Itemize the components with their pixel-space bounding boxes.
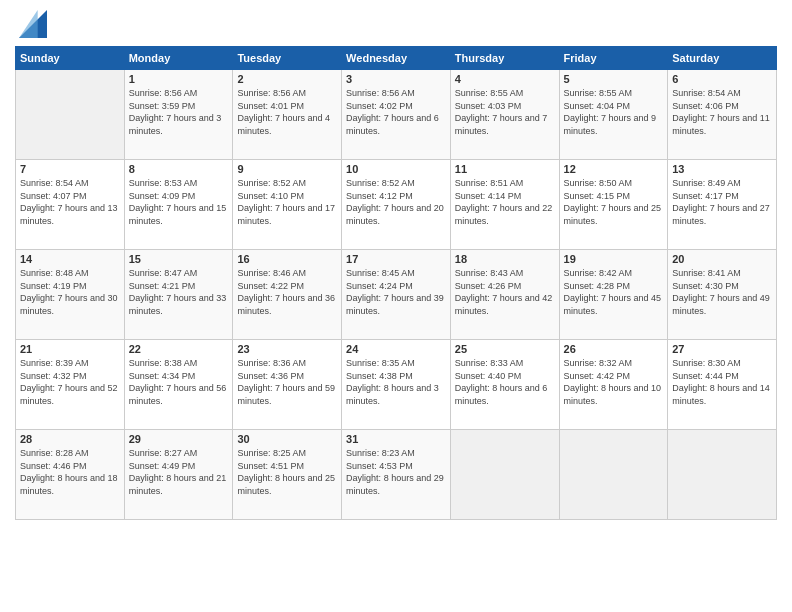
day-cell: 28Sunrise: 8:28 AMSunset: 4:46 PMDayligh… — [16, 430, 125, 520]
svg-marker-1 — [19, 10, 38, 38]
day-number: 2 — [237, 73, 337, 85]
day-cell — [450, 430, 559, 520]
day-number: 21 — [20, 343, 120, 355]
day-number: 23 — [237, 343, 337, 355]
day-info: Sunrise: 8:52 AMSunset: 4:10 PMDaylight:… — [237, 177, 337, 227]
day-cell: 9Sunrise: 8:52 AMSunset: 4:10 PMDaylight… — [233, 160, 342, 250]
day-number: 4 — [455, 73, 555, 85]
day-number: 27 — [672, 343, 772, 355]
day-number: 18 — [455, 253, 555, 265]
weekday-header-monday: Monday — [124, 47, 233, 70]
day-cell: 2Sunrise: 8:56 AMSunset: 4:01 PMDaylight… — [233, 70, 342, 160]
calendar-page: SundayMondayTuesdayWednesdayThursdayFrid… — [0, 0, 792, 612]
day-number: 8 — [129, 163, 229, 175]
day-info: Sunrise: 8:39 AMSunset: 4:32 PMDaylight:… — [20, 357, 120, 407]
day-number: 9 — [237, 163, 337, 175]
day-cell: 12Sunrise: 8:50 AMSunset: 4:15 PMDayligh… — [559, 160, 668, 250]
weekday-header-tuesday: Tuesday — [233, 47, 342, 70]
day-cell: 26Sunrise: 8:32 AMSunset: 4:42 PMDayligh… — [559, 340, 668, 430]
day-cell: 8Sunrise: 8:53 AMSunset: 4:09 PMDaylight… — [124, 160, 233, 250]
day-info: Sunrise: 8:42 AMSunset: 4:28 PMDaylight:… — [564, 267, 664, 317]
day-info: Sunrise: 8:27 AMSunset: 4:49 PMDaylight:… — [129, 447, 229, 497]
weekday-header-wednesday: Wednesday — [342, 47, 451, 70]
weekday-header-sunday: Sunday — [16, 47, 125, 70]
day-info: Sunrise: 8:43 AMSunset: 4:26 PMDaylight:… — [455, 267, 555, 317]
day-cell: 17Sunrise: 8:45 AMSunset: 4:24 PMDayligh… — [342, 250, 451, 340]
day-number: 16 — [237, 253, 337, 265]
day-cell: 29Sunrise: 8:27 AMSunset: 4:49 PMDayligh… — [124, 430, 233, 520]
day-cell: 1Sunrise: 8:56 AMSunset: 3:59 PMDaylight… — [124, 70, 233, 160]
day-cell: 4Sunrise: 8:55 AMSunset: 4:03 PMDaylight… — [450, 70, 559, 160]
day-cell: 23Sunrise: 8:36 AMSunset: 4:36 PMDayligh… — [233, 340, 342, 430]
day-cell — [668, 430, 777, 520]
day-cell: 6Sunrise: 8:54 AMSunset: 4:06 PMDaylight… — [668, 70, 777, 160]
day-number: 25 — [455, 343, 555, 355]
day-info: Sunrise: 8:33 AMSunset: 4:40 PMDaylight:… — [455, 357, 555, 407]
day-cell: 27Sunrise: 8:30 AMSunset: 4:44 PMDayligh… — [668, 340, 777, 430]
day-cell — [559, 430, 668, 520]
calendar-table: SundayMondayTuesdayWednesdayThursdayFrid… — [15, 46, 777, 520]
day-cell: 7Sunrise: 8:54 AMSunset: 4:07 PMDaylight… — [16, 160, 125, 250]
day-info: Sunrise: 8:25 AMSunset: 4:51 PMDaylight:… — [237, 447, 337, 497]
logo — [15, 14, 47, 38]
day-info: Sunrise: 8:50 AMSunset: 4:15 PMDaylight:… — [564, 177, 664, 227]
day-info: Sunrise: 8:47 AMSunset: 4:21 PMDaylight:… — [129, 267, 229, 317]
day-info: Sunrise: 8:28 AMSunset: 4:46 PMDaylight:… — [20, 447, 120, 497]
day-info: Sunrise: 8:45 AMSunset: 4:24 PMDaylight:… — [346, 267, 446, 317]
day-info: Sunrise: 8:56 AMSunset: 3:59 PMDaylight:… — [129, 87, 229, 137]
day-info: Sunrise: 8:52 AMSunset: 4:12 PMDaylight:… — [346, 177, 446, 227]
day-cell: 25Sunrise: 8:33 AMSunset: 4:40 PMDayligh… — [450, 340, 559, 430]
day-number: 19 — [564, 253, 664, 265]
weekday-header-thursday: Thursday — [450, 47, 559, 70]
week-row-5: 28Sunrise: 8:28 AMSunset: 4:46 PMDayligh… — [16, 430, 777, 520]
day-number: 1 — [129, 73, 229, 85]
day-number: 11 — [455, 163, 555, 175]
day-cell: 31Sunrise: 8:23 AMSunset: 4:53 PMDayligh… — [342, 430, 451, 520]
day-number: 15 — [129, 253, 229, 265]
day-cell: 22Sunrise: 8:38 AMSunset: 4:34 PMDayligh… — [124, 340, 233, 430]
day-number: 26 — [564, 343, 664, 355]
day-number: 14 — [20, 253, 120, 265]
day-info: Sunrise: 8:48 AMSunset: 4:19 PMDaylight:… — [20, 267, 120, 317]
day-cell: 11Sunrise: 8:51 AMSunset: 4:14 PMDayligh… — [450, 160, 559, 250]
day-info: Sunrise: 8:35 AMSunset: 4:38 PMDaylight:… — [346, 357, 446, 407]
day-number: 28 — [20, 433, 120, 445]
day-number: 30 — [237, 433, 337, 445]
day-info: Sunrise: 8:56 AMSunset: 4:02 PMDaylight:… — [346, 87, 446, 137]
week-row-4: 21Sunrise: 8:39 AMSunset: 4:32 PMDayligh… — [16, 340, 777, 430]
week-row-1: 1Sunrise: 8:56 AMSunset: 3:59 PMDaylight… — [16, 70, 777, 160]
day-number: 22 — [129, 343, 229, 355]
day-cell: 10Sunrise: 8:52 AMSunset: 4:12 PMDayligh… — [342, 160, 451, 250]
day-cell: 21Sunrise: 8:39 AMSunset: 4:32 PMDayligh… — [16, 340, 125, 430]
day-number: 5 — [564, 73, 664, 85]
day-info: Sunrise: 8:54 AMSunset: 4:06 PMDaylight:… — [672, 87, 772, 137]
day-cell — [16, 70, 125, 160]
day-number: 12 — [564, 163, 664, 175]
week-row-3: 14Sunrise: 8:48 AMSunset: 4:19 PMDayligh… — [16, 250, 777, 340]
day-number: 31 — [346, 433, 446, 445]
week-row-2: 7Sunrise: 8:54 AMSunset: 4:07 PMDaylight… — [16, 160, 777, 250]
day-info: Sunrise: 8:54 AMSunset: 4:07 PMDaylight:… — [20, 177, 120, 227]
day-number: 17 — [346, 253, 446, 265]
day-info: Sunrise: 8:23 AMSunset: 4:53 PMDaylight:… — [346, 447, 446, 497]
day-info: Sunrise: 8:30 AMSunset: 4:44 PMDaylight:… — [672, 357, 772, 407]
day-number: 6 — [672, 73, 772, 85]
day-info: Sunrise: 8:46 AMSunset: 4:22 PMDaylight:… — [237, 267, 337, 317]
day-info: Sunrise: 8:56 AMSunset: 4:01 PMDaylight:… — [237, 87, 337, 137]
weekday-header-row: SundayMondayTuesdayWednesdayThursdayFrid… — [16, 47, 777, 70]
day-info: Sunrise: 8:49 AMSunset: 4:17 PMDaylight:… — [672, 177, 772, 227]
day-info: Sunrise: 8:51 AMSunset: 4:14 PMDaylight:… — [455, 177, 555, 227]
day-cell: 13Sunrise: 8:49 AMSunset: 4:17 PMDayligh… — [668, 160, 777, 250]
day-info: Sunrise: 8:55 AMSunset: 4:03 PMDaylight:… — [455, 87, 555, 137]
day-number: 3 — [346, 73, 446, 85]
day-info: Sunrise: 8:38 AMSunset: 4:34 PMDaylight:… — [129, 357, 229, 407]
day-info: Sunrise: 8:53 AMSunset: 4:09 PMDaylight:… — [129, 177, 229, 227]
day-number: 24 — [346, 343, 446, 355]
day-cell: 3Sunrise: 8:56 AMSunset: 4:02 PMDaylight… — [342, 70, 451, 160]
day-cell: 5Sunrise: 8:55 AMSunset: 4:04 PMDaylight… — [559, 70, 668, 160]
day-number: 20 — [672, 253, 772, 265]
day-number: 13 — [672, 163, 772, 175]
day-cell: 18Sunrise: 8:43 AMSunset: 4:26 PMDayligh… — [450, 250, 559, 340]
day-info: Sunrise: 8:32 AMSunset: 4:42 PMDaylight:… — [564, 357, 664, 407]
day-number: 7 — [20, 163, 120, 175]
